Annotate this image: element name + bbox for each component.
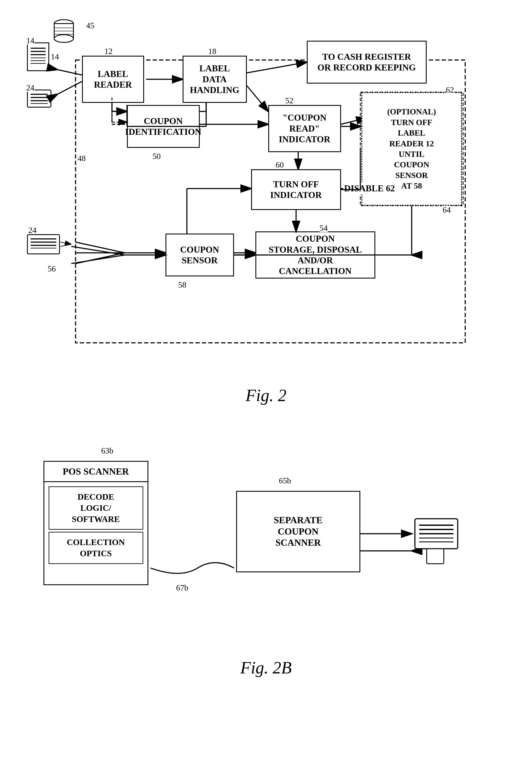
handheld-scanner-device: [414, 508, 478, 569]
svg-line-54: [57, 81, 82, 94]
label-62: 62: [446, 86, 454, 94]
label-58: 58: [178, 281, 186, 289]
label-50: 50: [153, 152, 161, 160]
pos-scanner-label: POS SCANNER: [44, 462, 148, 482]
svg-rect-44: [27, 235, 60, 254]
label-14a: 14: [26, 36, 34, 45]
svg-line-49: [61, 242, 71, 244]
svg-line-5: [247, 86, 268, 111]
label-48: 48: [78, 154, 86, 162]
svg-rect-80: [427, 549, 444, 564]
label-67b: 67b: [176, 583, 188, 593]
label-54: 54: [320, 224, 328, 232]
label-52: 52: [285, 96, 294, 104]
svg-line-53: [57, 70, 82, 75]
label-45: 45: [86, 21, 94, 30]
fig2-caption: Fig. 2: [17, 386, 515, 405]
coupon-read-box: "COUPONREAD"INDICATOR: [268, 105, 341, 152]
label-12: 12: [104, 47, 113, 55]
fig2b-caption: Fig. 2B: [17, 658, 515, 678]
coupon-sensor-box: COUPONSENSOR: [165, 234, 234, 276]
figure-2b-diagram: POS SCANNER DECODELOGIC/SOFTWARE COLLECT…: [31, 418, 502, 654]
svg-line-22: [76, 242, 125, 253]
label-18: 18: [208, 47, 216, 55]
label-24b: 24: [28, 226, 37, 234]
disable-label: DISABLE 62: [343, 182, 396, 195]
label-65b: 65b: [279, 476, 291, 485]
label-63b: 63b: [101, 446, 113, 455]
decode-logic-box: DECODELOGIC/SOFTWARE: [49, 486, 143, 530]
label-14b: 14: [51, 52, 59, 61]
label-24a: 24: [26, 83, 34, 92]
svg-point-28: [54, 35, 73, 42]
collection-optics-box: COLLECTIONOPTICS: [49, 532, 143, 564]
turn-off-indicator-box: TURN OFFINDICATOR: [251, 169, 341, 210]
svg-rect-39: [27, 90, 51, 107]
pos-scanner-outer-box: POS SCANNER DECODELOGIC/SOFTWARE COLLECT…: [43, 461, 148, 585]
svg-line-4: [247, 62, 307, 73]
label-reader-box: LABELREADER: [82, 56, 144, 103]
separate-coupon-scanner-box: SEPARATECOUPONSCANNER: [236, 491, 360, 572]
svg-line-62: [71, 255, 125, 264]
svg-rect-32: [27, 43, 49, 71]
coupon-storage-box: COUPONSTORAGE, DISPOSALAND/ORCANCELLATIO…: [255, 232, 375, 279]
svg-line-61: [71, 247, 125, 255]
label-60: 60: [276, 161, 284, 169]
label-56: 56: [48, 265, 56, 273]
cash-register-box: TO CASH REGISTEROR RECORD KEEPING: [307, 41, 427, 83]
coupon-id-box: COUPONIDENTIFICATION: [127, 105, 200, 148]
figure-2-diagram: 45 14 14: [20, 13, 512, 377]
label-data-box: LABELDATAHANDLING: [183, 56, 247, 103]
database-icon: [53, 19, 75, 46]
svg-line-23: [76, 253, 125, 264]
scanner-device-top: [26, 41, 54, 76]
svg-line-50: [61, 244, 71, 247]
label-64: 64: [443, 206, 451, 214]
